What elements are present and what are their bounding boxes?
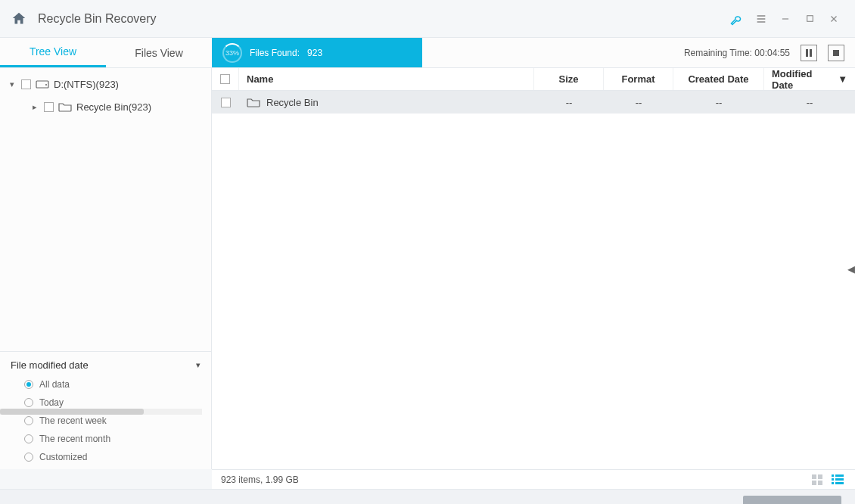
drive-icon bbox=[36, 79, 49, 89]
status-text: 923 items, 1.99 GB bbox=[221, 474, 299, 485]
cell-created: -- bbox=[673, 91, 764, 114]
title-bar: Recycle Bin Recovery bbox=[0, 0, 855, 38]
stop-button[interactable] bbox=[828, 45, 844, 61]
minimize-button[interactable] bbox=[773, 7, 797, 31]
radio-icon bbox=[24, 434, 33, 443]
filter-option-all[interactable]: All data bbox=[11, 375, 201, 394]
tree-item-drive[interactable]: ▾ D:(NTFS)(923) bbox=[0, 73, 211, 95]
progress-ring-icon: 33% bbox=[222, 43, 242, 63]
svg-rect-9 bbox=[818, 481, 822, 485]
radio-icon bbox=[24, 380, 33, 389]
filter-option-week[interactable]: The recent week bbox=[11, 412, 201, 430]
svg-rect-1 bbox=[806, 49, 808, 57]
tab-tree-view[interactable]: Tree View bbox=[0, 38, 106, 67]
maximize-button[interactable] bbox=[797, 7, 822, 31]
svg-rect-14 bbox=[832, 482, 834, 484]
filter-option-label: All data bbox=[39, 379, 70, 390]
folder-icon bbox=[58, 101, 72, 112]
table-row[interactable]: Recycle Bin -- -- -- -- bbox=[212, 91, 855, 114]
cell-size: -- bbox=[534, 91, 604, 114]
recover-button[interactable]: Recover bbox=[743, 496, 841, 505]
folder-icon bbox=[247, 97, 260, 107]
svg-rect-15 bbox=[835, 482, 844, 484]
remaining-value: 00:04:55 bbox=[754, 48, 790, 58]
filter-collapse-toggle[interactable]: File modified date ▾ bbox=[11, 359, 201, 371]
chevron-down-icon[interactable]: ▾ bbox=[8, 79, 17, 89]
sidebar: ▾ D:(NTFS)(923) ▸ Recycle Bin(923) bbox=[0, 68, 212, 469]
filter-option-label: Today bbox=[39, 397, 64, 408]
filter-option-today[interactable]: Today bbox=[11, 394, 201, 412]
svg-rect-12 bbox=[832, 478, 834, 481]
checkbox[interactable] bbox=[221, 98, 231, 107]
svg-point-5 bbox=[45, 84, 47, 86]
checkbox[interactable] bbox=[21, 79, 31, 89]
svg-rect-7 bbox=[818, 474, 822, 479]
sort-desc-icon: ▼ bbox=[838, 73, 847, 85]
tree-panel: ▾ D:(NTFS)(923) ▸ Recycle Bin(923) bbox=[0, 68, 211, 351]
home-icon[interactable] bbox=[9, 9, 29, 29]
cell-name: Recycle Bin bbox=[266, 97, 319, 108]
svg-rect-6 bbox=[812, 474, 816, 479]
svg-rect-13 bbox=[835, 478, 844, 481]
svg-rect-10 bbox=[832, 474, 834, 477]
view-tabs: Tree View Files View bbox=[0, 38, 212, 67]
grid-view-button[interactable] bbox=[810, 473, 826, 487]
column-checkbox[interactable] bbox=[212, 68, 239, 90]
cell-modified: -- bbox=[764, 91, 855, 114]
svg-rect-8 bbox=[812, 481, 816, 485]
column-modified-label: Modified Date bbox=[772, 68, 835, 91]
tree-item-recycle-bin[interactable]: ▸ Recycle Bin(923) bbox=[0, 95, 211, 118]
scan-progress: 33% Files Found: 923 bbox=[212, 38, 422, 67]
svg-rect-11 bbox=[835, 474, 844, 477]
remaining-time: Remaining Time: 00:04:55 bbox=[684, 48, 790, 58]
filter-title: File modified date bbox=[11, 359, 89, 371]
column-size[interactable]: Size bbox=[534, 68, 604, 90]
status-bar: 923 items, 1.99 GB bbox=[212, 469, 855, 489]
filter-option-custom[interactable]: Customized bbox=[11, 448, 201, 466]
svg-rect-3 bbox=[833, 50, 839, 56]
file-list-panel: Name Size Format Created Date Modified D… bbox=[212, 68, 855, 469]
cell-format: -- bbox=[604, 91, 673, 114]
tab-files-view[interactable]: Files View bbox=[106, 38, 212, 67]
column-format[interactable]: Format bbox=[604, 68, 673, 90]
filter-option-label: Customized bbox=[39, 452, 87, 462]
tree-recycle-label: Recycle Bin(923) bbox=[76, 101, 151, 113]
filter-option-month[interactable]: The recent month bbox=[11, 430, 201, 448]
remaining-label: Remaining Time: bbox=[684, 48, 752, 58]
radio-icon bbox=[24, 416, 33, 425]
app-title: Recycle Bin Recovery bbox=[38, 12, 157, 26]
list-view-button[interactable] bbox=[829, 473, 846, 487]
close-button[interactable] bbox=[822, 7, 846, 31]
checkbox[interactable] bbox=[220, 74, 230, 84]
menu-icon[interactable] bbox=[749, 7, 773, 31]
column-name[interactable]: Name bbox=[239, 68, 534, 90]
footer: Recover bbox=[0, 489, 855, 504]
checkbox[interactable] bbox=[44, 102, 54, 112]
filter-option-label: The recent week bbox=[39, 415, 107, 426]
column-created[interactable]: Created Date bbox=[673, 68, 764, 90]
svg-rect-2 bbox=[810, 49, 812, 57]
pause-button[interactable] bbox=[801, 45, 817, 61]
tree-drive-label: D:(NTFS)(923) bbox=[54, 79, 119, 90]
filter-option-label: The recent month bbox=[39, 434, 110, 444]
main-area: ▾ D:(NTFS)(923) ▸ Recycle Bin(923) bbox=[0, 68, 855, 469]
chevron-right-icon[interactable]: ▸ bbox=[30, 102, 39, 112]
files-found-count: 923 bbox=[307, 48, 322, 58]
filter-panel: File modified date ▾ All data Today The … bbox=[0, 351, 211, 469]
files-found-label: Files Found: bbox=[250, 48, 300, 58]
svg-rect-0 bbox=[807, 16, 813, 22]
radio-icon bbox=[24, 453, 33, 462]
info-strip: Tree View Files View 33% Files Found: 92… bbox=[0, 38, 855, 68]
key-icon[interactable] bbox=[725, 7, 749, 31]
table-header: Name Size Format Created Date Modified D… bbox=[212, 68, 855, 91]
chevron-down-icon: ▾ bbox=[196, 360, 201, 370]
radio-icon bbox=[24, 398, 33, 407]
column-modified[interactable]: Modified Date ▼ bbox=[764, 68, 855, 90]
expand-preview-handle[interactable]: ◀ bbox=[847, 257, 855, 281]
